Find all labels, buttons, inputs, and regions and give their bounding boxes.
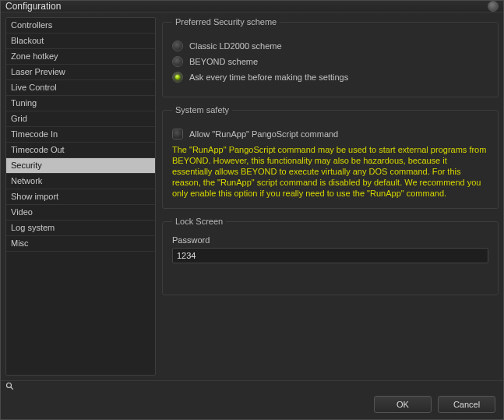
- radio-row-beyond[interactable]: BEYOND scheme: [172, 56, 488, 67]
- button-label: Cancel: [453, 400, 480, 409]
- password-label: Password: [172, 235, 488, 245]
- footer: OK Cancel: [1, 391, 503, 419]
- sidebar-item-label: Network: [11, 176, 42, 185]
- group-legend: Lock Screen: [172, 217, 226, 226]
- content-area: Controllers Blackout Zone hotkey Laser P…: [1, 12, 503, 380]
- sidebar-item-label: Controllers: [11, 20, 52, 30]
- password-input[interactable]: [172, 248, 488, 263]
- sidebar-item-controllers[interactable]: Controllers: [6, 18, 155, 34]
- sidebar-item-label: Tuning: [11, 98, 37, 108]
- sidebar-item-label: Timecode In: [11, 129, 58, 139]
- checkbox-row-runapp[interactable]: Allow "RunApp" PangoScript command: [172, 129, 488, 139]
- sidebar-item-live-control[interactable]: Live Control: [6, 80, 155, 96]
- sidebar-item-label: Grid: [11, 114, 27, 123]
- sidebar-item-blackout[interactable]: Blackout: [6, 34, 155, 49]
- svg-line-1: [11, 386, 13, 389]
- sidebar-item-label: Video: [11, 207, 33, 217]
- radio-label: Ask every time before making the setting…: [189, 72, 348, 82]
- radio-icon[interactable]: [172, 56, 183, 67]
- group-system-safety: System safety Allow "RunApp" PangoScript…: [162, 105, 499, 209]
- runapp-warning-text: The "RunApp" PangoScript command may be …: [172, 144, 488, 199]
- statusbar: [1, 380, 503, 391]
- group-legend: Preferred Security scheme: [172, 17, 280, 26]
- search-icon: [5, 382, 15, 391]
- sidebar-item-log-system[interactable]: Log system: [6, 221, 155, 236]
- titlebar-button-icon[interactable]: [488, 1, 499, 12]
- sidebar-item-zone-hotkey[interactable]: Zone hotkey: [6, 49, 155, 65]
- radio-icon[interactable]: [172, 41, 183, 51]
- titlebar: Configuration: [1, 1, 503, 12]
- svg-point-0: [7, 383, 12, 387]
- config-window: Configuration Controllers Blackout Zone …: [0, 0, 504, 420]
- radio-icon[interactable]: [172, 72, 183, 83]
- sidebar-item-label: Laser Preview: [11, 67, 65, 76]
- sidebar-item-label: Timecode Out: [11, 145, 65, 154]
- group-legend: System safety: [172, 105, 232, 115]
- sidebar-item-label: Zone hotkey: [11, 51, 58, 61]
- checkbox-icon[interactable]: [172, 129, 183, 139]
- main-panel: Preferred Security scheme Classic LD2000…: [162, 17, 499, 376]
- radio-row-classic[interactable]: Classic LD2000 scheme: [172, 41, 488, 51]
- button-label: OK: [397, 400, 409, 409]
- sidebar-item-tuning[interactable]: Tuning: [6, 96, 155, 111]
- sidebar-item-label: Show import: [11, 192, 58, 201]
- ok-button[interactable]: OK: [374, 396, 432, 413]
- sidebar: Controllers Blackout Zone hotkey Laser P…: [5, 17, 156, 376]
- sidebar-item-timecode-in[interactable]: Timecode In: [6, 127, 155, 143]
- radio-row-ask[interactable]: Ask every time before making the setting…: [172, 72, 488, 83]
- sidebar-item-label: Misc: [11, 238, 29, 248]
- radio-label: Classic LD2000 scheme: [189, 41, 282, 51]
- sidebar-item-misc[interactable]: Misc: [6, 236, 155, 252]
- cancel-button[interactable]: Cancel: [438, 396, 495, 413]
- sidebar-item-security[interactable]: Security: [6, 158, 155, 174]
- checkbox-label: Allow "RunApp" PangoScript command: [189, 129, 338, 139]
- sidebar-item-timecode-out[interactable]: Timecode Out: [6, 143, 155, 158]
- group-preferred-security: Preferred Security scheme Classic LD2000…: [162, 17, 499, 97]
- window-title: Configuration: [5, 1, 61, 12]
- sidebar-item-label: Blackout: [11, 36, 44, 45]
- radio-label: BEYOND scheme: [189, 57, 258, 66]
- group-lock-screen: Lock Screen Password: [162, 217, 499, 295]
- sidebar-item-label: Security: [11, 161, 42, 170]
- sidebar-item-label: Live Control: [11, 83, 57, 92]
- sidebar-item-network[interactable]: Network: [6, 174, 155, 189]
- sidebar-item-grid[interactable]: Grid: [6, 111, 155, 127]
- sidebar-item-show-import[interactable]: Show import: [6, 189, 155, 205]
- sidebar-item-video[interactable]: Video: [6, 205, 155, 221]
- sidebar-item-label: Log system: [11, 223, 55, 232]
- sidebar-item-laser-preview[interactable]: Laser Preview: [6, 65, 155, 80]
